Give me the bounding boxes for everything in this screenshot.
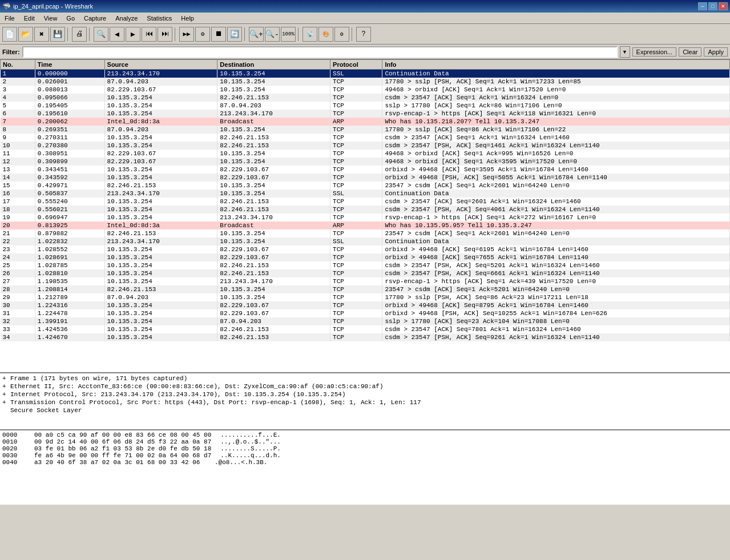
table-row[interactable]: 50.19540510.135.3.25487.0.94.203TCPsslp … bbox=[1, 102, 730, 110]
expand-icon[interactable]: + bbox=[2, 375, 8, 382]
table-row[interactable]: 200.813925Intel_0d:8d:3aBroadcastARPWho … bbox=[1, 221, 730, 229]
print-button[interactable]: 🖨 bbox=[72, 27, 87, 42]
table-row[interactable]: 241.02869110.135.3.25482.229.103.67TCPor… bbox=[1, 253, 730, 261]
col-info[interactable]: Info bbox=[382, 60, 730, 70]
prefs-button[interactable]: ⚙ bbox=[334, 27, 349, 42]
help-button[interactable]: ? bbox=[356, 27, 371, 42]
table-row[interactable]: 160.505837213.243.34.17010.135.3.254SSLC… bbox=[1, 190, 730, 198]
apply-button[interactable]: Apply bbox=[704, 47, 728, 57]
table-row[interactable]: 180.55602110.135.3.25482.246.21.153TCPcs… bbox=[1, 206, 730, 213]
go-first-button[interactable]: ⏮ bbox=[142, 27, 156, 42]
open-button[interactable]: 📂 bbox=[18, 27, 33, 42]
hex-offset: 0030 bbox=[2, 452, 25, 459]
table-row[interactable]: 80.26935187.0.94.20310.135.3.254TCP17780… bbox=[1, 126, 730, 134]
detail-row[interactable]: Secure Socket Layer bbox=[2, 406, 728, 414]
table-row[interactable]: 190.69694710.135.3.254213.243.34.170TCPr… bbox=[1, 213, 730, 221]
table-row[interactable]: 90.27031110.135.3.25482.246.21.153TCPcsd… bbox=[1, 134, 730, 142]
sep3 bbox=[175, 27, 177, 41]
titlebar: 🦈 ip_24_april.pcap - Wireshark ─ □ ✕ bbox=[0, 0, 730, 13]
table-row[interactable]: 170.55524010.135.3.25482.246.21.153TCPcs… bbox=[1, 198, 730, 206]
table-row[interactable]: 120.30989982.229.103.6710.135.3.254TCP49… bbox=[1, 158, 730, 166]
hex-row: 000000 a0 c5 ca 90 af 00 00 e8 83 66 ce … bbox=[2, 432, 728, 438]
hex-offset: 0000 bbox=[2, 432, 25, 438]
detail-text: Frame 1 (171 bytes on wire, 171 bytes ca… bbox=[10, 375, 187, 382]
filterbar: Filter: ▼ Expression... Clear Apply bbox=[0, 45, 730, 59]
save-button[interactable]: 💾 bbox=[50, 27, 65, 42]
close-button[interactable]: ✕ bbox=[719, 2, 728, 10]
table-row[interactable]: 130.34345110.135.3.25482.229.103.67TCPor… bbox=[1, 166, 730, 174]
color-rules-button[interactable]: 🎨 bbox=[318, 27, 333, 42]
table-row[interactable]: 291.21278987.0.94.20310.135.3.254TCP1778… bbox=[1, 293, 730, 301]
table-row[interactable]: 261.02881010.135.3.25482.246.21.153TCPcs… bbox=[1, 269, 730, 277]
table-row[interactable]: 251.02878510.135.3.25482.246.21.153TCPcs… bbox=[1, 261, 730, 269]
hex-bytes: a3 20 40 6f 38 a7 02 0a 3c 01 68 00 33 4… bbox=[34, 459, 205, 466]
table-row[interactable]: 10.000000213.243.34.17010.135.3.254SSLCo… bbox=[1, 70, 730, 78]
table-row[interactable]: 40.09506610.135.3.25482.246.21.153TCPcsd… bbox=[1, 94, 730, 102]
stop-capture-button[interactable]: ⏹ bbox=[211, 27, 226, 42]
col-protocol[interactable]: Protocol bbox=[330, 60, 382, 70]
menu-item-go[interactable]: Go bbox=[62, 13, 79, 23]
restart-capture-button[interactable]: 🔄 bbox=[227, 27, 242, 42]
table-row[interactable]: 20.02600187.0.94.20310.135.3.254TCP17780… bbox=[1, 78, 730, 86]
expand-icon[interactable]: + bbox=[2, 383, 8, 390]
detail-row[interactable]: +Internet Protocol, Src: 213.243.34.170 … bbox=[2, 390, 728, 398]
table-row[interactable]: 60.19561010.135.3.254213.243.34.170TCPrs… bbox=[1, 110, 730, 118]
table-row[interactable]: 231.02855210.135.3.25482.229.103.67TCPor… bbox=[1, 245, 730, 253]
hex-row: 0030fe a6 4b 9e 00 00 ff fe 71 00 02 0a … bbox=[2, 452, 728, 459]
menu-item-edit[interactable]: Edit bbox=[19, 13, 39, 23]
filter-dropdown-button[interactable]: ▼ bbox=[620, 46, 630, 58]
col-source[interactable]: Source bbox=[104, 60, 217, 70]
clear-button[interactable]: Clear bbox=[679, 47, 701, 57]
titlebar-left: 🦈 ip_24_april.pcap - Wireshark bbox=[2, 2, 93, 10]
table-row[interactable]: 271.19853510.135.3.254213.243.34.170TCPr… bbox=[1, 277, 730, 285]
detail-row[interactable]: +Frame 1 (171 bytes on wire, 171 bytes c… bbox=[2, 374, 728, 382]
sep5 bbox=[298, 27, 300, 41]
menu-item-help[interactable]: Help bbox=[176, 13, 199, 23]
table-row[interactable]: 311.22447810.135.3.25482.229.103.67TCPor… bbox=[1, 309, 730, 317]
table-row[interactable]: 150.42997182.246.21.15310.135.3.254TCP23… bbox=[1, 182, 730, 190]
find-button[interactable]: 🔍 bbox=[94, 27, 108, 42]
close-capture-button[interactable]: ✖ bbox=[34, 27, 49, 42]
go-back-button[interactable]: ◀ bbox=[110, 27, 124, 42]
go-last-button[interactable]: ⏭ bbox=[158, 27, 172, 42]
table-row[interactable]: 301.22431610.135.3.25482.229.103.67TCPor… bbox=[1, 301, 730, 309]
menu-item-capture[interactable]: Capture bbox=[79, 13, 111, 23]
minimize-button[interactable]: ─ bbox=[698, 2, 707, 10]
menu-item-analyze[interactable]: Analyze bbox=[111, 13, 142, 23]
packet-table: No. Time Source Destination Protocol Inf… bbox=[0, 59, 730, 341]
expand-icon[interactable]: + bbox=[2, 399, 8, 406]
maximize-button[interactable]: □ bbox=[708, 2, 717, 10]
col-no[interactable]: No. bbox=[1, 60, 35, 70]
table-row[interactable]: 321.39919110.135.3.25487.0.94.203TCPsslp… bbox=[1, 317, 730, 325]
col-destination[interactable]: Destination bbox=[217, 60, 330, 70]
menu-item-view[interactable]: View bbox=[39, 13, 62, 23]
zoom-normal-button[interactable]: 100% bbox=[281, 27, 296, 42]
capture-options-button[interactable]: ⚙ bbox=[195, 27, 210, 42]
table-row[interactable]: 331.42453610.135.3.25482.246.21.153TCPcs… bbox=[1, 325, 730, 333]
packet-detail: +Frame 1 (171 bytes on wire, 171 bytes c… bbox=[0, 373, 730, 430]
sep1 bbox=[67, 27, 70, 41]
table-row[interactable]: 341.42467010.135.3.25482.246.21.153TCPcs… bbox=[1, 333, 730, 341]
capture-filter-button[interactable]: 📡 bbox=[303, 27, 317, 42]
table-row[interactable]: 30.08801382.229.103.6710.135.3.254TCP494… bbox=[1, 86, 730, 94]
zoom-out-button[interactable]: 🔍- bbox=[265, 27, 280, 42]
expression-button[interactable]: Expression... bbox=[632, 47, 677, 57]
table-row[interactable]: 100.27038010.135.3.25482.246.21.153TCPcs… bbox=[1, 142, 730, 150]
expand-icon[interactable]: + bbox=[2, 391, 8, 398]
filter-input[interactable] bbox=[22, 46, 618, 58]
menu-item-statistics[interactable]: Statistics bbox=[142, 13, 176, 23]
col-time[interactable]: Time bbox=[35, 60, 104, 70]
table-row[interactable]: 110.30895182.229.103.6710.135.3.254TCP49… bbox=[1, 150, 730, 158]
start-capture-button[interactable]: ▶▶ bbox=[179, 27, 194, 42]
table-row[interactable]: 210.87988282.246.21.15310.135.3.254TCP23… bbox=[1, 229, 730, 237]
menu-item-file[interactable]: File bbox=[0, 13, 19, 23]
zoom-in-button[interactable]: 🔍+ bbox=[249, 27, 264, 42]
go-fwd-button[interactable]: ▶ bbox=[126, 27, 140, 42]
new-button[interactable]: 📄 bbox=[2, 27, 17, 42]
table-row[interactable]: 281.20881482.246.21.15310.135.3.254TCP23… bbox=[1, 285, 730, 293]
table-row[interactable]: 221.022832213.243.34.17010.135.3.254SSLC… bbox=[1, 237, 730, 245]
table-row[interactable]: 70.200062Intel_0d:8d:3aBroadcastARPWho h… bbox=[1, 118, 730, 126]
table-row[interactable]: 140.34359210.135.3.25482.229.103.67TCPor… bbox=[1, 174, 730, 182]
detail-row[interactable]: +Transmission Control Protocol, Src Port… bbox=[2, 398, 728, 406]
detail-row[interactable]: +Ethernet II, Src: AcctonTe_83:66:ce (00… bbox=[2, 382, 728, 390]
